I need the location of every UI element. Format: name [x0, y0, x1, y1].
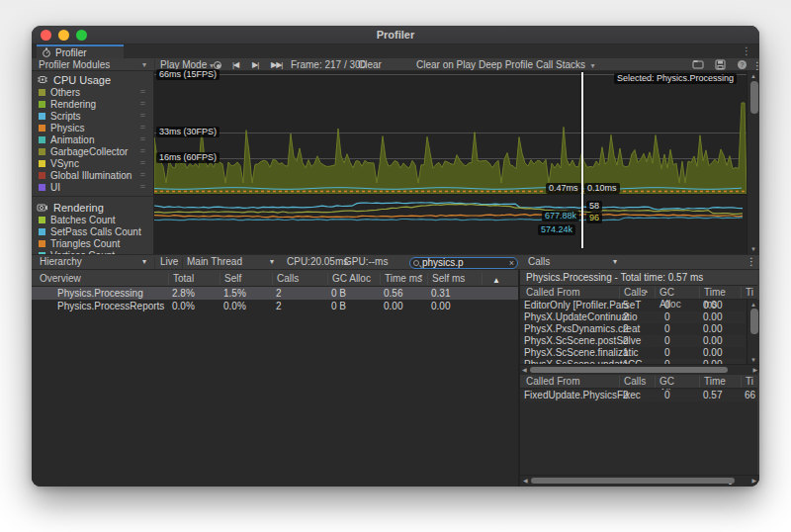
desktop: Profiler Profiler ⋮ Profiler Modules ▾ P… [0, 0, 791, 532]
column-time-pct[interactable]: Ti [741, 376, 758, 388]
legend-item-batches[interactable]: Batches Count [32, 214, 153, 225]
column-called-from[interactable]: Called From [522, 376, 617, 388]
table-row[interactable]: PhysX.PxsDynamics.creat200.00 [520, 323, 746, 335]
legend-item-setpass[interactable]: SetPass Calls Count [32, 225, 153, 237]
column-gc-alloc[interactable]: GC Alloc [655, 287, 697, 299]
drag-handle-icon[interactable]: = [140, 157, 145, 167]
scrollbar-thumb[interactable] [531, 478, 735, 484]
module-header-cpu[interactable]: CPU Usage [32, 71, 153, 86]
legend-item-scripts[interactable]: Scripts= [32, 110, 153, 122]
called-from-header: Called From Calls ▴ GC Alloc Time ms Ti [520, 286, 757, 300]
column-time-ms[interactable]: Time ms [699, 376, 739, 388]
called-from-scrollbar[interactable]: ▲ ▼ [747, 300, 759, 364]
legend-item-vsync[interactable]: VSync= [32, 157, 153, 169]
table-row[interactable]: PhysX.UpdateContinuatio200.00 [520, 311, 746, 323]
scrollbar-thumb[interactable] [750, 309, 758, 334]
column-self[interactable]: Self [220, 273, 270, 285]
column-gc-alloc[interactable]: GC Alloc [655, 376, 697, 388]
scroll-down-icon[interactable]: ▼ [747, 357, 759, 363]
detail-pane-menu-icon[interactable]: ⋮ [747, 255, 756, 269]
profiler-modules-dropdown[interactable]: Profiler Modules [39, 58, 110, 71]
module-header-rendering[interactable]: Rendering [32, 199, 153, 214]
scroll-left-icon[interactable]: ◀ [523, 477, 528, 484]
legend-item-physics[interactable]: Physics= [32, 122, 153, 133]
color-swatch [39, 172, 45, 179]
gridline-label-16ms: 16ms (60FPS) [156, 152, 220, 163]
color-swatch [39, 101, 45, 108]
table-row[interactable]: Physics.Processing 2.8% 1.5% 2 0 B 0.56 … [32, 287, 518, 300]
search-icon [413, 260, 419, 266]
legend-item-animation[interactable]: Animation= [32, 133, 153, 145]
legend-item-others[interactable]: Others= [32, 86, 153, 98]
column-self-ms[interactable]: Self ms [427, 273, 480, 285]
clear-button[interactable]: Clear [358, 58, 382, 71]
column-time-pct[interactable]: Ti [741, 287, 758, 299]
drag-handle-icon[interactable]: = [140, 110, 145, 120]
search-input[interactable]: physics.p × [409, 257, 518, 269]
column-detail-toggle[interactable]: ▲ [482, 273, 517, 285]
called-from-hscrollbar[interactable]: ◀ ▶ [520, 364, 759, 373]
table-row[interactable]: Physics.ProcessReports 0.0% 0.0% 2 0 B 0… [32, 300, 518, 312]
charts-scrollbar[interactable]: ▲ ▼ [747, 71, 759, 254]
column-time-ms[interactable]: Time ms [699, 287, 739, 299]
legend-item-triangles[interactable]: Triangles Count [32, 237, 153, 249]
cpu-chart[interactable] [154, 71, 747, 194]
legend-item-rendering[interactable]: Rendering= [32, 98, 153, 110]
scroll-right-icon[interactable]: ▶ [752, 366, 757, 373]
scroll-down-icon[interactable]: ▼ [747, 246, 759, 252]
scroll-left-icon[interactable]: ◀ [522, 366, 527, 373]
drag-handle-icon[interactable]: = [140, 98, 145, 108]
drag-handle-icon[interactable]: = [140, 86, 145, 96]
clear-on-play-button[interactable]: Clear on Play [416, 58, 476, 71]
drag-handle-icon[interactable]: = [140, 181, 145, 191]
scroll-up-icon[interactable]: ▲ [747, 302, 759, 308]
chevron-down-icon[interactable]: ▾ [270, 255, 274, 269]
column-overview[interactable]: Overview [36, 273, 164, 285]
chevron-down-icon: ▾ [142, 58, 146, 71]
save-icon[interactable] [715, 59, 726, 70]
pane-menu-icon[interactable]: ⋮ [742, 46, 751, 56]
thread-dropdown[interactable]: Main Thread [187, 255, 242, 269]
drag-handle-icon[interactable]: = [140, 145, 145, 155]
legend-item-ui[interactable]: UI= [32, 181, 153, 193]
column-total[interactable]: Total [168, 273, 218, 285]
scrollbar-thumb[interactable] [750, 81, 758, 114]
scrollbar-thumb[interactable] [530, 367, 728, 373]
load-icon[interactable] [692, 59, 704, 70]
clear-search-icon[interactable]: × [509, 258, 514, 268]
render-chart[interactable] [154, 195, 747, 254]
record-icon[interactable] [214, 61, 221, 69]
column-gc-alloc[interactable]: GC Alloc [327, 273, 378, 285]
current-frame-button[interactable]: ▶▶| [271, 58, 282, 71]
next-frame-button[interactable]: ▶| [252, 58, 258, 71]
legend-item-global-illumination[interactable]: Global Illumination= [32, 169, 153, 181]
call-stacks-dropdown[interactable]: Call Stacks ▾ [536, 58, 595, 71]
column-called-from[interactable]: Called From [522, 287, 617, 299]
view-mode-dropdown[interactable]: Hierarchy [40, 255, 82, 269]
legend-item-garbagecollector[interactable]: GarbageCollector= [32, 145, 153, 157]
table-row[interactable]: FixedUpdate.PhysicsFixec 2 0 0.57 66 [520, 390, 757, 401]
deep-profile-button[interactable]: Deep Profile [479, 58, 533, 71]
tab-profiler[interactable]: Profiler [37, 44, 124, 58]
column-calls[interactable]: Calls [272, 273, 325, 285]
drag-handle-icon[interactable]: = [140, 133, 145, 143]
details-hscrollbar[interactable]: ◀ ▶ [520, 475, 759, 484]
chevron-down-icon[interactable]: ▾ [613, 255, 617, 269]
details-mode-dropdown[interactable]: Calls [528, 255, 550, 269]
charts-area[interactable]: 66ms (15FPS) 33ms (30FPS) 16ms (60FPS) S… [154, 71, 747, 254]
prev-frame-button[interactable]: |◀ [232, 58, 238, 71]
table-row[interactable]: PhysX.ScScene.postSolve200.00 [520, 335, 746, 347]
sort-asc-icon: ▴ [645, 287, 648, 294]
frame-indicator-line[interactable] [581, 72, 583, 248]
column-calls[interactable]: Calls [619, 376, 653, 388]
table-row[interactable]: PhysX.ScScene.finalizatic100.00 [520, 347, 746, 359]
details-title: Physics.Processing - Total time: 0.57 ms [520, 270, 757, 286]
color-swatch [39, 217, 45, 223]
live-toggle[interactable]: Live [160, 255, 178, 269]
help-icon[interactable]: ? [737, 59, 747, 70]
scroll-up-icon[interactable]: ▲ [747, 73, 759, 79]
table-row[interactable]: EditorOnly [Profiler.ParseT500.00 [520, 300, 746, 311]
scroll-right-icon[interactable]: ▶ [751, 477, 756, 484]
drag-handle-icon[interactable]: = [140, 122, 145, 132]
drag-handle-icon[interactable]: = [140, 169, 145, 179]
